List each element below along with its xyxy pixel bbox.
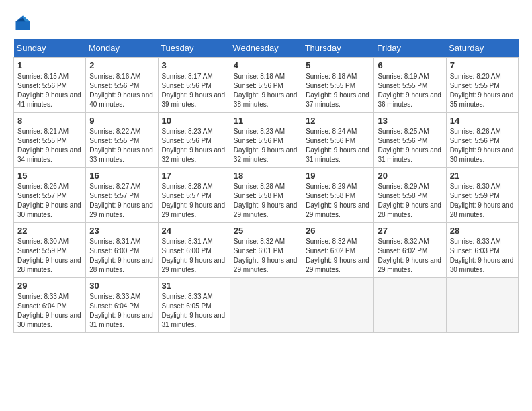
day-info: Sunrise: 8:23 AM Sunset: 5:56 PM Dayligh… [234,127,298,165]
day-cell-15: 15 Sunrise: 8:26 AM Sunset: 5:57 PM Dayl… [14,168,86,223]
day-cell-6: 6 Sunrise: 8:19 AM Sunset: 5:55 PM Dayli… [374,58,446,113]
day-number: 13 [378,116,442,126]
empty-cell [374,278,446,333]
day-info: Sunrise: 8:25 AM Sunset: 5:56 PM Dayligh… [378,127,442,165]
page-header [13,13,519,32]
calendar-week-1: 1 Sunrise: 8:15 AM Sunset: 5:56 PM Dayli… [14,58,519,113]
day-info: Sunrise: 8:31 AM Sunset: 6:00 PM Dayligh… [89,237,154,275]
calendar-table: SundayMondayTuesdayWednesdayThursdayFrid… [13,39,519,333]
day-number: 20 [378,171,442,181]
day-number: 17 [162,171,226,181]
day-cell-3: 3 Sunrise: 8:17 AM Sunset: 5:56 PM Dayli… [158,58,230,113]
day-info: Sunrise: 8:28 AM Sunset: 5:57 PM Dayligh… [162,182,226,220]
day-cell-26: 26 Sunrise: 8:32 AM Sunset: 6:02 PM Dayl… [302,223,374,278]
day-info: Sunrise: 8:26 AM Sunset: 5:56 PM Dayligh… [450,127,515,165]
day-cell-17: 17 Sunrise: 8:28 AM Sunset: 5:57 PM Dayl… [158,168,230,223]
day-number: 14 [450,116,515,126]
day-info: Sunrise: 8:33 AM Sunset: 6:04 PM Dayligh… [17,292,82,330]
day-cell-23: 23 Sunrise: 8:31 AM Sunset: 6:00 PM Dayl… [86,223,158,278]
day-cell-28: 28 Sunrise: 8:33 AM Sunset: 6:03 PM Dayl… [446,223,518,278]
day-info: Sunrise: 8:32 AM Sunset: 6:01 PM Dayligh… [234,237,298,275]
day-number: 2 [89,60,154,71]
day-number: 10 [162,116,226,126]
day-cell-14: 14 Sunrise: 8:26 AM Sunset: 5:56 PM Dayl… [446,113,518,168]
day-info: Sunrise: 8:29 AM Sunset: 5:58 PM Dayligh… [306,182,370,220]
weekday-header-monday: Monday [86,39,158,58]
day-cell-30: 30 Sunrise: 8:33 AM Sunset: 6:04 PM Dayl… [86,278,158,333]
day-cell-27: 27 Sunrise: 8:32 AM Sunset: 6:02 PM Dayl… [374,223,446,278]
day-info: Sunrise: 8:29 AM Sunset: 5:58 PM Dayligh… [378,182,442,220]
calendar-week-4: 22 Sunrise: 8:30 AM Sunset: 5:59 PM Dayl… [14,223,519,278]
day-cell-2: 2 Sunrise: 8:16 AM Sunset: 5:56 PM Dayli… [86,58,158,113]
calendar-week-5: 29 Sunrise: 8:33 AM Sunset: 6:04 PM Dayl… [14,278,519,333]
day-cell-29: 29 Sunrise: 8:33 AM Sunset: 6:04 PM Dayl… [14,278,86,333]
day-info: Sunrise: 8:33 AM Sunset: 6:05 PM Dayligh… [162,292,226,330]
weekday-header-saturday: Saturday [446,39,518,58]
day-number: 19 [306,171,370,181]
day-cell-7: 7 Sunrise: 8:20 AM Sunset: 5:55 PM Dayli… [446,58,518,113]
day-number: 23 [89,226,154,236]
day-info: Sunrise: 8:24 AM Sunset: 5:56 PM Dayligh… [306,127,370,165]
weekday-header-tuesday: Tuesday [158,39,230,58]
day-info: Sunrise: 8:17 AM Sunset: 5:56 PM Dayligh… [162,72,226,109]
day-info: Sunrise: 8:27 AM Sunset: 5:57 PM Dayligh… [89,182,154,220]
day-cell-9: 9 Sunrise: 8:22 AM Sunset: 5:55 PM Dayli… [86,113,158,168]
day-cell-20: 20 Sunrise: 8:29 AM Sunset: 5:58 PM Dayl… [374,168,446,223]
day-cell-25: 25 Sunrise: 8:32 AM Sunset: 6:01 PM Dayl… [230,223,302,278]
day-cell-16: 16 Sunrise: 8:27 AM Sunset: 5:57 PM Dayl… [86,168,158,223]
logo [13,13,35,32]
day-info: Sunrise: 8:15 AM Sunset: 5:56 PM Dayligh… [17,72,82,109]
day-info: Sunrise: 8:16 AM Sunset: 5:56 PM Dayligh… [89,72,154,109]
day-number: 12 [306,116,370,126]
day-number: 30 [89,281,154,291]
day-info: Sunrise: 8:33 AM Sunset: 6:03 PM Dayligh… [450,237,515,275]
day-cell-18: 18 Sunrise: 8:28 AM Sunset: 5:58 PM Dayl… [230,168,302,223]
day-number: 15 [17,171,82,181]
day-number: 7 [450,60,515,71]
day-number: 21 [450,171,515,181]
day-info: Sunrise: 8:18 AM Sunset: 5:55 PM Dayligh… [306,72,370,109]
day-cell-1: 1 Sunrise: 8:15 AM Sunset: 5:56 PM Dayli… [14,58,86,113]
day-number: 16 [89,171,154,181]
day-info: Sunrise: 8:22 AM Sunset: 5:55 PM Dayligh… [89,127,154,165]
logo-icon [13,13,32,32]
day-info: Sunrise: 8:32 AM Sunset: 6:02 PM Dayligh… [378,237,442,275]
day-number: 3 [162,60,226,71]
empty-cell [230,278,302,333]
day-number: 6 [378,60,442,71]
day-cell-12: 12 Sunrise: 8:24 AM Sunset: 5:56 PM Dayl… [302,113,374,168]
day-cell-4: 4 Sunrise: 8:18 AM Sunset: 5:56 PM Dayli… [230,58,302,113]
day-cell-24: 24 Sunrise: 8:31 AM Sunset: 6:00 PM Dayl… [158,223,230,278]
day-info: Sunrise: 8:30 AM Sunset: 5:59 PM Dayligh… [17,237,82,275]
day-number: 28 [450,226,515,236]
day-info: Sunrise: 8:21 AM Sunset: 5:55 PM Dayligh… [17,127,82,165]
day-number: 1 [17,60,82,71]
day-cell-19: 19 Sunrise: 8:29 AM Sunset: 5:58 PM Dayl… [302,168,374,223]
weekday-header-friday: Friday [374,39,446,58]
day-info: Sunrise: 8:32 AM Sunset: 6:02 PM Dayligh… [306,237,370,275]
day-number: 31 [162,281,226,291]
day-cell-11: 11 Sunrise: 8:23 AM Sunset: 5:56 PM Dayl… [230,113,302,168]
day-info: Sunrise: 8:20 AM Sunset: 5:55 PM Dayligh… [450,72,515,109]
day-info: Sunrise: 8:28 AM Sunset: 5:58 PM Dayligh… [234,182,298,220]
weekday-header-row: SundayMondayTuesdayWednesdayThursdayFrid… [14,39,519,58]
day-info: Sunrise: 8:19 AM Sunset: 5:55 PM Dayligh… [378,72,442,109]
empty-cell [446,278,518,333]
weekday-header-sunday: Sunday [14,39,86,58]
day-number: 22 [17,226,82,236]
day-cell-10: 10 Sunrise: 8:23 AM Sunset: 5:56 PM Dayl… [158,113,230,168]
day-info: Sunrise: 8:33 AM Sunset: 6:04 PM Dayligh… [89,292,154,330]
day-number: 4 [234,60,298,71]
day-cell-8: 8 Sunrise: 8:21 AM Sunset: 5:55 PM Dayli… [14,113,86,168]
day-cell-5: 5 Sunrise: 8:18 AM Sunset: 5:55 PM Dayli… [302,58,374,113]
day-info: Sunrise: 8:18 AM Sunset: 5:56 PM Dayligh… [234,72,298,109]
day-number: 27 [378,226,442,236]
day-number: 24 [162,226,226,236]
calendar-week-3: 15 Sunrise: 8:26 AM Sunset: 5:57 PM Dayl… [14,168,519,223]
day-number: 18 [234,171,298,181]
day-number: 29 [17,281,82,291]
weekday-header-wednesday: Wednesday [230,39,302,58]
day-cell-13: 13 Sunrise: 8:25 AM Sunset: 5:56 PM Dayl… [374,113,446,168]
weekday-header-thursday: Thursday [302,39,374,58]
day-cell-31: 31 Sunrise: 8:33 AM Sunset: 6:05 PM Dayl… [158,278,230,333]
